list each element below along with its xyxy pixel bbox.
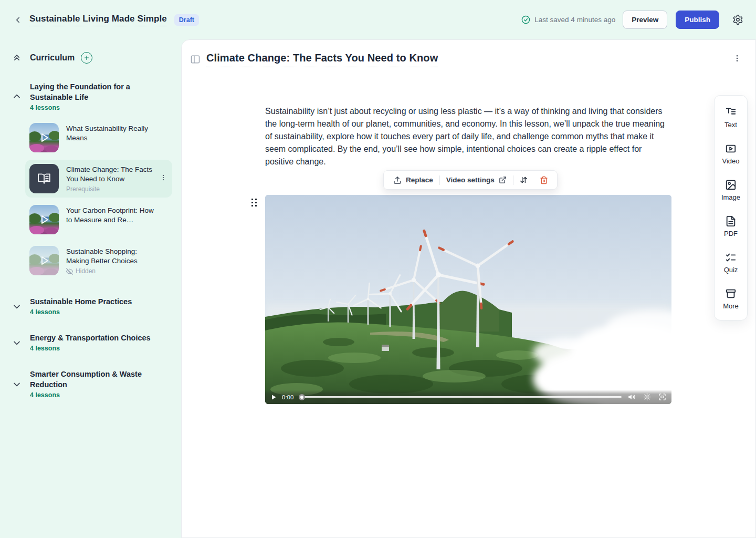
video-block-icon [725, 143, 737, 154]
rail-item-label: Image [721, 193, 740, 201]
upload-icon [393, 176, 402, 184]
collapse-all-button[interactable] [12, 53, 22, 63]
lesson-item-hidden[interactable]: Sustainable Shopping: Making Better Choi… [25, 242, 172, 280]
pdf-block-icon [725, 215, 737, 227]
replace-video-button[interactable]: Replace [387, 171, 439, 189]
video-block-toolbar: Replace Video settings [383, 170, 558, 190]
fullscreen-button[interactable] [658, 393, 666, 401]
player-right-controls [628, 393, 666, 401]
curriculum-title: Curriculum [30, 53, 75, 63]
back-button[interactable] [10, 13, 25, 27]
seek-bar[interactable] [299, 394, 622, 401]
text-block-icon [725, 107, 737, 118]
lesson-menu-button[interactable] [160, 174, 167, 183]
insert-quiz-button[interactable]: Quiz [715, 252, 747, 274]
rail-item-label: PDF [724, 230, 738, 237]
kebab-icon [160, 174, 167, 181]
video-player[interactable]: 0:00 [265, 195, 671, 404]
image-block-icon [725, 179, 737, 191]
lesson-item-selected[interactable]: Climate Change: The Facts You Need to Kn… [25, 160, 172, 198]
lesson-title: Sustainable Shopping: Making Better Choi… [66, 246, 160, 266]
current-time: 0:00 [282, 394, 293, 400]
section-lesson-count: 4 lessons [30, 308, 161, 316]
course-title[interactable]: Sustainable Living Made Simple [29, 14, 167, 26]
section-lesson-count: 4 lessons [30, 104, 161, 111]
play-icon [270, 394, 277, 400]
lesson-meta: Hidden [66, 267, 160, 275]
play-overlay-icon [29, 123, 59, 152]
gear-icon [732, 14, 743, 25]
lesson-title: Climate Change: The Facts You Need to Kn… [66, 164, 160, 184]
video-thumbnail [29, 123, 59, 152]
eye-off-icon [66, 268, 73, 275]
insert-video-button[interactable]: Video [715, 143, 747, 165]
insert-image-button[interactable]: Image [715, 179, 747, 201]
chevron-down-icon [12, 379, 22, 389]
lesson-meta-text: Hidden [76, 267, 96, 275]
section-lesson-count: 4 lessons [30, 391, 161, 399]
video-settings-button[interactable]: Video settings [440, 171, 513, 189]
section-title: Laying the Foundation for a Sustainable … [30, 81, 161, 102]
drag-handle[interactable] [251, 198, 257, 209]
reading-thumbnail [29, 164, 59, 193]
seek-track [299, 396, 622, 398]
save-status-text: Last saved 4 minutes ago [534, 16, 615, 24]
book-open-icon [37, 172, 51, 185]
lesson-title: Your Carbon Footprint: How to Measure an… [66, 205, 160, 225]
curriculum-section: Laying the Foundation for a Sustainable … [0, 81, 181, 280]
lesson-menu-button[interactable] [733, 54, 741, 65]
chevron-down-icon [12, 337, 22, 348]
video-settings-label: Video settings [446, 176, 495, 184]
section-header[interactable]: Smarter Consumption & Waste Reduction 4 … [0, 369, 181, 399]
lesson-item[interactable]: What Sustainability Really Means [25, 119, 172, 157]
seek-knob[interactable] [299, 394, 305, 400]
publish-button[interactable]: Publish [676, 11, 719, 29]
lesson-meta: Prerequisite [66, 185, 160, 193]
rail-item-label: Quiz [724, 266, 738, 274]
chevron-up-icon [12, 91, 22, 102]
replace-label: Replace [406, 176, 433, 184]
delete-block-button[interactable] [534, 171, 554, 189]
move-block-button[interactable] [513, 171, 534, 189]
insert-more-button[interactable]: More [715, 288, 747, 310]
section-header[interactable]: Sustainable Home Practices 4 lessons [0, 296, 181, 316]
panel-toggle-icon[interactable] [190, 54, 201, 67]
sort-arrows-icon [519, 175, 528, 184]
section-title: Sustainable Home Practices [30, 296, 161, 307]
insert-text-button[interactable]: Text [715, 107, 747, 129]
video-thumbnail [29, 246, 59, 275]
insert-pdf-button[interactable]: PDF [715, 215, 747, 237]
chevron-down-icon [12, 301, 22, 312]
top-bar: Sustainable Living Made Simple Draft Las… [0, 0, 756, 39]
section-header[interactable]: Laying the Foundation for a Sustainable … [0, 81, 181, 111]
kebab-icon [733, 54, 741, 63]
lesson-list: What Sustainability Really Means Climate… [25, 119, 172, 280]
lesson-editor: Climate Change: The Facts You Need to Kn… [181, 39, 756, 538]
section-title: Energy & Transportation Choices [30, 333, 161, 343]
volume-button[interactable] [628, 393, 636, 401]
lesson-body-text[interactable]: Sustainability isn’t just about recyclin… [265, 105, 671, 168]
add-section-button[interactable] [81, 52, 92, 64]
lesson-title: What Sustainability Really Means [66, 123, 160, 143]
play-button[interactable] [270, 394, 277, 400]
curriculum-section: Smarter Consumption & Waste Reduction 4 … [0, 369, 181, 399]
trash-icon [540, 176, 548, 184]
curriculum-section: Sustainable Home Practices 4 lessons [0, 296, 181, 316]
section-lesson-count: 4 lessons [30, 345, 161, 352]
rail-item-label: Text [724, 121, 737, 129]
preview-button[interactable]: Preview [623, 11, 667, 29]
rail-item-label: More [723, 302, 739, 310]
section-header[interactable]: Energy & Transportation Choices 4 lesson… [0, 333, 181, 352]
check-circle-icon [521, 15, 530, 24]
lesson-item[interactable]: Your Carbon Footprint: How to Measure an… [25, 201, 172, 239]
lesson-header: Climate Change: The Facts You Need to Kn… [182, 52, 755, 73]
lesson-title-input[interactable]: Climate Change: The Facts You Need to Kn… [206, 52, 438, 67]
curriculum-sidebar: Curriculum Laying the Foundation for a S… [0, 39, 181, 538]
status-badge: Draft [174, 14, 199, 26]
video-controls: 0:00 [265, 390, 671, 404]
video-frame-wind-turbines [265, 195, 671, 404]
volume-icon [628, 393, 636, 401]
rail-item-label: Video [722, 157, 739, 165]
settings-button[interactable] [730, 12, 746, 28]
player-settings-button[interactable] [643, 393, 651, 401]
